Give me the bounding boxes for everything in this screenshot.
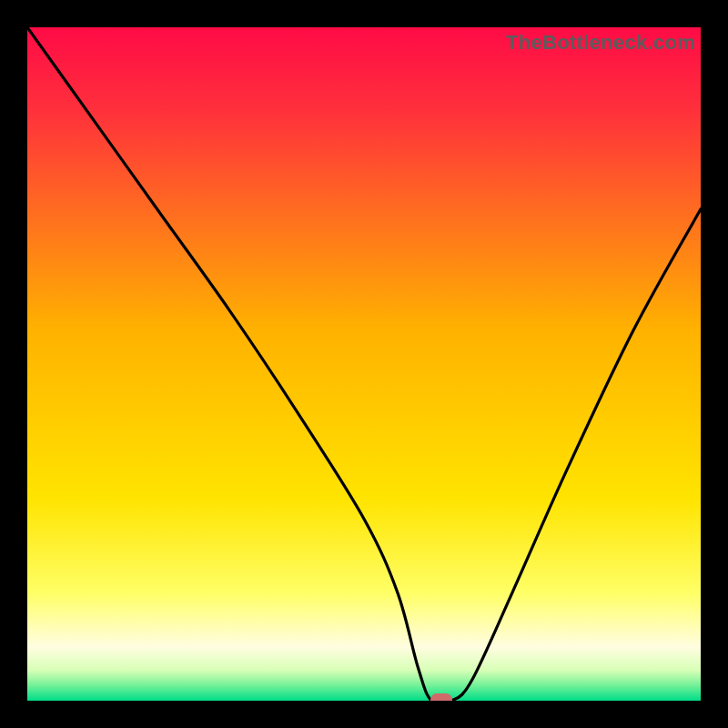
chart-frame: TheBottleneck.com — [0, 0, 728, 728]
optimum-marker — [430, 693, 452, 701]
plot-area: TheBottleneck.com — [27, 27, 701, 701]
bottleneck-curve — [27, 27, 701, 701]
